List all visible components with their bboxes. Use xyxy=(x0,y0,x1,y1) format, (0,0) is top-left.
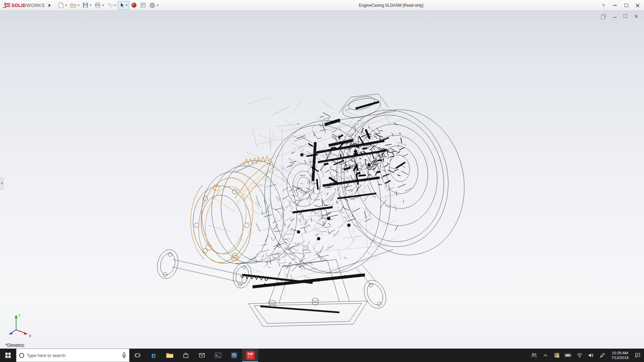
chevron-down-icon[interactable] xyxy=(90,5,92,6)
document-minimize-button[interactable] xyxy=(612,14,617,18)
x-axis-label: X xyxy=(29,334,32,338)
chevron-down-icon[interactable] xyxy=(114,5,116,6)
open-button[interactable] xyxy=(69,1,80,10)
battery-button[interactable] xyxy=(563,349,573,362)
red-sphere-icon xyxy=(131,2,137,8)
reference-triad: Y X xyxy=(5,312,35,338)
document-maximize-button[interactable] xyxy=(623,14,628,18)
y-axis-arrow xyxy=(15,315,18,318)
select-cursor-icon xyxy=(119,2,125,8)
chevron-down-icon[interactable] xyxy=(157,5,159,6)
view-orientation-label: *Dimetric xyxy=(5,343,24,348)
colored-app-icon xyxy=(554,353,559,358)
chevron-up-icon xyxy=(543,354,548,357)
help-icon: ? xyxy=(602,3,604,8)
window-controls: ? xyxy=(598,0,643,11)
document-close-button[interactable] xyxy=(634,14,639,18)
feature-panel-collapse-tab[interactable] xyxy=(0,177,3,189)
task-view-icon xyxy=(134,352,141,359)
dassault-3ds-icon: ƷS xyxy=(3,2,10,9)
microphone-icon[interactable] xyxy=(122,352,126,358)
expand-arrow-icon xyxy=(49,4,51,7)
edge-icon: e xyxy=(151,351,156,359)
close-icon xyxy=(636,3,640,7)
new-document-button[interactable] xyxy=(57,1,68,10)
chevron-down-icon[interactable] xyxy=(102,5,104,6)
taskbar-app-edge[interactable]: e xyxy=(146,349,162,362)
windows-taskbar: e xyxy=(0,349,644,362)
wifi-icon xyxy=(577,353,583,358)
start-button[interactable] xyxy=(0,349,16,362)
printer-icon xyxy=(94,2,101,8)
taskbar-clock[interactable]: 10:28 AM 7/13/2018 xyxy=(609,351,631,360)
render-sphere-button[interactable] xyxy=(130,1,138,10)
menu-expand-button[interactable] xyxy=(47,2,52,9)
network-button[interactable] xyxy=(575,349,585,362)
minimize-button[interactable] xyxy=(609,0,621,11)
close-button[interactable] xyxy=(632,0,643,11)
action-center-icon xyxy=(635,352,641,358)
clock-time: 10:28 AM xyxy=(612,351,628,355)
options-button[interactable] xyxy=(148,1,160,10)
volume-button[interactable] xyxy=(586,349,596,362)
battery-icon xyxy=(565,353,572,357)
solidworks-window: ƷS SOLID WORKS xyxy=(0,0,644,362)
action-center-button[interactable] xyxy=(633,349,643,362)
y-axis-label: Y xyxy=(18,314,20,318)
minimize-icon xyxy=(613,17,616,18)
properties-sheet-button[interactable] xyxy=(139,1,147,10)
save-floppy-icon xyxy=(82,2,89,8)
brand-text-solid: SOLID xyxy=(11,3,26,8)
maximize-button[interactable] xyxy=(621,0,632,11)
windows-ink-button[interactable] xyxy=(597,349,607,362)
cortana-icon xyxy=(19,353,24,358)
print-button[interactable] xyxy=(93,1,105,10)
undo-button[interactable] xyxy=(106,1,117,10)
document-restore-button[interactable] xyxy=(601,14,606,18)
sheet-grid-icon xyxy=(140,2,146,8)
open-folder-icon xyxy=(70,2,76,8)
brand-text-works: WORKS xyxy=(26,3,45,8)
taskbar-app-store[interactable] xyxy=(178,349,194,362)
undo-arrow-icon xyxy=(107,2,113,8)
close-icon xyxy=(634,14,638,18)
people-button[interactable] xyxy=(529,349,539,362)
solidworks-app-icon: SW 2017 xyxy=(246,351,255,360)
file-explorer-icon xyxy=(166,352,174,359)
taskbar-app-mail[interactable] xyxy=(194,349,210,362)
help-button[interactable]: ? xyxy=(598,0,609,11)
chevron-down-icon[interactable] xyxy=(126,5,128,6)
taskbar-app-edrawings[interactable] xyxy=(226,349,242,362)
store-bag-icon xyxy=(182,352,189,359)
tray-overflow-button[interactable] xyxy=(540,349,550,362)
windows-logo-icon xyxy=(5,353,11,358)
taskbar-app-file-explorer[interactable] xyxy=(162,349,178,362)
select-tool-button[interactable] xyxy=(118,1,129,10)
chevron-down-icon[interactable] xyxy=(65,5,67,6)
task-view-button[interactable] xyxy=(129,349,146,362)
cad-cube-icon xyxy=(230,352,238,359)
tray-colored-app-button[interactable] xyxy=(552,349,562,362)
taskbar-app-solidworks[interactable]: SW 2017 xyxy=(242,349,258,362)
maximize-icon xyxy=(625,4,628,7)
system-tray: 10:28 AM 7/13/2018 xyxy=(529,349,644,362)
chevron-left-icon xyxy=(1,182,2,185)
title-bar: ƷS SOLID WORKS xyxy=(0,0,644,11)
people-icon xyxy=(531,352,537,358)
save-button[interactable] xyxy=(81,1,93,10)
speaker-icon xyxy=(588,353,594,358)
graphics-viewport[interactable]: Y X *Dimetric xyxy=(0,11,644,349)
search-input[interactable] xyxy=(27,353,119,358)
document-title: EngineCasing.SLDASM [Read-only] xyxy=(359,0,423,11)
maximize-icon xyxy=(624,14,627,18)
chevron-down-icon[interactable] xyxy=(77,5,79,6)
taskbar-search-box[interactable] xyxy=(16,349,129,362)
restore-window-icon xyxy=(602,14,606,18)
taskbar-app-console[interactable] xyxy=(210,349,226,362)
clock-date: 7/13/2018 xyxy=(611,355,629,360)
mail-envelope-icon xyxy=(199,352,205,359)
console-window-icon xyxy=(214,352,222,359)
cad-model-engine-casing[interactable] xyxy=(0,11,644,349)
solidworks-logo: ƷS SOLID WORKS xyxy=(0,2,47,9)
quick-access-toolbar xyxy=(57,1,160,10)
